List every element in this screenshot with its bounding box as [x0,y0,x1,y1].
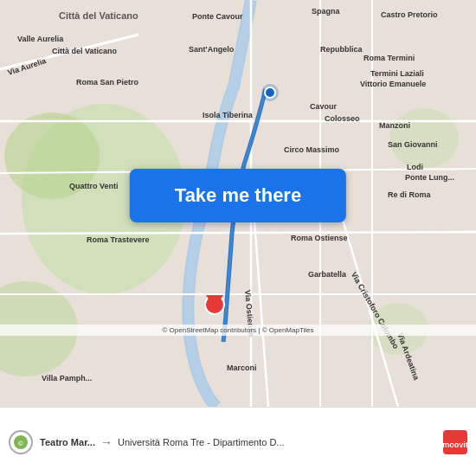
svg-point-4 [389,108,459,169]
take-me-there-button[interactable]: Take me there [130,169,346,222]
dest-pin-arrow [206,295,223,309]
cta-button-container: Take me there [130,169,346,222]
route-to: Università Roma Tre - Dipartimento D... [118,437,436,447]
svg-text:moovit: moovit [443,441,467,449]
start-marker [264,87,276,99]
map-container: Città del Vaticano Ponte Cavour Spagna C… [0,0,476,407]
route-arrow-icon: → [100,435,113,449]
route-from: Teatro Mar... [40,437,95,447]
svg-point-2 [4,113,100,199]
map-attribution: © OpenStreetMap contributors | © OpenMap… [0,325,476,336]
route-info: Teatro Mar... → Università Roma Tre - Di… [40,435,436,449]
moovit-logo: moovit [443,430,467,454]
svg-text:©: © [18,440,23,447]
bottom-bar: © Teatro Mar... → Università Roma Tre - … [0,407,476,476]
osm-logo: © [9,430,33,454]
